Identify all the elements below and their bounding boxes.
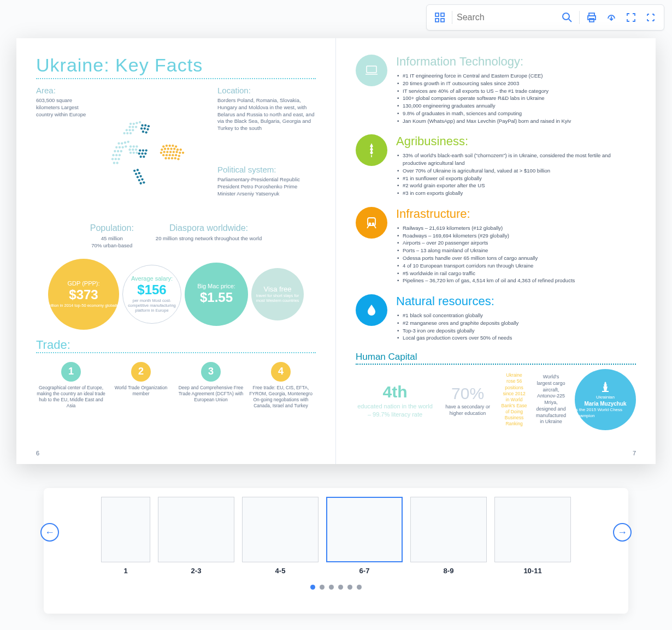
svg-point-9 xyxy=(129,123,132,125)
svg-point-70 xyxy=(137,176,139,178)
trade-heading: Trade: xyxy=(36,338,316,353)
svg-point-110 xyxy=(369,223,371,224)
thumbnail-label: 8-9 xyxy=(410,567,487,575)
list-item: Ports – 13 along mainland of Ukraine xyxy=(403,247,636,254)
svg-point-72 xyxy=(138,179,140,181)
svg-point-66 xyxy=(133,170,135,172)
expand-icon[interactable] xyxy=(643,10,658,25)
pagination-dot[interactable] xyxy=(329,585,334,590)
svg-point-77 xyxy=(166,145,168,147)
svg-point-60 xyxy=(145,149,148,151)
thumbnail[interactable] xyxy=(410,497,487,562)
svg-point-59 xyxy=(142,149,144,151)
thumbnail-label: 4-5 xyxy=(242,567,319,575)
list-item: #1 black soil concentration globally xyxy=(403,312,636,319)
thumbnail-label: 1 xyxy=(101,567,150,575)
svg-point-68 xyxy=(135,173,137,175)
svg-point-84 xyxy=(170,148,172,150)
svg-point-4 xyxy=(563,13,569,20)
svg-point-75 xyxy=(143,181,145,183)
wheat-icon xyxy=(356,134,387,166)
svg-point-14 xyxy=(132,126,134,128)
list-item: 20 times growth in IT outsourcing sales … xyxy=(403,80,636,87)
drop-icon xyxy=(356,294,387,326)
svg-point-12 xyxy=(139,121,141,123)
thumbnail[interactable] xyxy=(494,497,571,562)
pagination-dot[interactable] xyxy=(320,585,325,590)
natural-resources-heading: Natural resources: xyxy=(396,294,636,308)
svg-point-17 xyxy=(128,129,131,131)
list-item: #1 IT engineering force in Central and E… xyxy=(403,72,636,80)
svg-point-56 xyxy=(142,130,144,133)
svg-point-29 xyxy=(125,145,127,147)
europe-map xyxy=(107,86,201,218)
svg-point-89 xyxy=(163,151,165,153)
svg-point-35 xyxy=(119,154,121,156)
page-right: Information Technology: #1 IT engineerin… xyxy=(336,38,656,464)
svg-point-105 xyxy=(174,157,176,159)
pagination-dot[interactable] xyxy=(338,585,343,590)
svg-point-85 xyxy=(173,148,175,150)
svg-point-69 xyxy=(138,172,140,174)
list-item: 100+ global companies operate software R… xyxy=(403,94,636,102)
thumbnail[interactable] xyxy=(158,497,234,562)
svg-point-10 xyxy=(133,123,135,125)
svg-point-71 xyxy=(139,175,142,177)
svg-rect-107 xyxy=(367,66,376,73)
print-icon[interactable] xyxy=(584,10,599,25)
thumbnail-label: 10-11 xyxy=(494,567,571,575)
svg-point-54 xyxy=(144,127,146,129)
svg-point-95 xyxy=(182,152,184,154)
population-heading: Population: xyxy=(90,223,134,233)
list-item: 130,000 engineering graduates annually xyxy=(403,102,636,110)
infrastructure-list: Railways – 21,619 kilometers (#12 global… xyxy=(396,224,636,284)
list-item: #2 manganese ores and graphite deposits … xyxy=(403,319,636,327)
pagination-dot[interactable] xyxy=(357,585,362,590)
prev-page-button[interactable]: ← xyxy=(40,523,59,542)
list-item: Odessa ports handle over 65 million tons… xyxy=(403,254,636,262)
svg-point-13 xyxy=(128,126,131,128)
svg-point-47 xyxy=(129,152,132,154)
svg-point-45 xyxy=(132,148,134,151)
pagination-dot[interactable] xyxy=(310,585,315,590)
thumbnail[interactable] xyxy=(101,497,150,562)
svg-point-93 xyxy=(175,151,178,153)
svg-point-15 xyxy=(135,126,137,128)
svg-point-80 xyxy=(175,145,177,147)
svg-point-37 xyxy=(115,158,117,160)
political-text: Parliamentary-Presidential Republic Pres… xyxy=(217,176,316,197)
fullscreen-icon[interactable] xyxy=(623,10,639,25)
page-number-left: 6 xyxy=(36,450,39,456)
search-input[interactable] xyxy=(457,9,555,26)
pagination-dot[interactable] xyxy=(347,585,352,590)
list-item: Top-3 iron ore deposits globally xyxy=(403,327,636,335)
area-text: 603,500 square kilometers Largest countr… xyxy=(36,97,91,118)
svg-point-61 xyxy=(138,152,140,154)
svg-point-51 xyxy=(144,124,146,127)
thumbnail-bar: ← 12-34-56-78-910-11 → xyxy=(44,488,628,614)
thumbnail[interactable] xyxy=(326,497,403,562)
svg-point-32 xyxy=(120,150,122,152)
list-item: 4 of 10 European transport corridors run… xyxy=(403,262,636,270)
svg-point-25 xyxy=(127,141,129,143)
svg-rect-3 xyxy=(441,19,444,22)
thumbnails-icon[interactable] xyxy=(432,10,447,25)
next-page-button[interactable]: → xyxy=(613,523,632,542)
svg-point-34 xyxy=(115,154,117,156)
download-icon[interactable] xyxy=(604,10,619,25)
natural-resources-list: #1 black soil concentration globally#2 m… xyxy=(396,312,636,342)
svg-point-30 xyxy=(114,150,116,152)
train-icon xyxy=(356,207,387,239)
search-icon[interactable] xyxy=(559,10,575,25)
agribusiness-heading: Agribusiness: xyxy=(396,134,636,148)
svg-point-23 xyxy=(121,142,123,145)
political-heading: Political system: xyxy=(217,165,316,174)
thumbnail[interactable] xyxy=(242,497,319,562)
list-item: Railways – 21,619 kilometers (#12 global… xyxy=(403,224,636,232)
visa-bubble: Visa free travel for short stays for mos… xyxy=(251,268,304,320)
location-heading: Location: xyxy=(217,86,316,95)
svg-point-42 xyxy=(133,145,135,147)
population-line1: 45 million xyxy=(90,235,134,242)
svg-point-96 xyxy=(162,154,164,156)
svg-point-39 xyxy=(113,162,115,164)
